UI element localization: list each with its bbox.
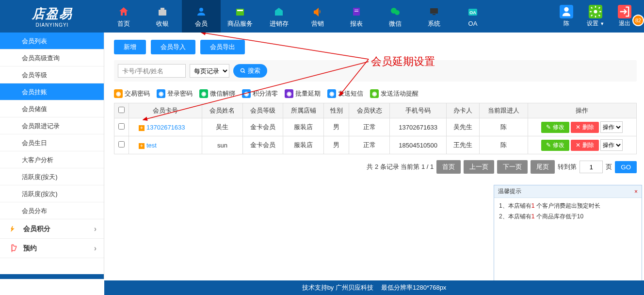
th-9: 当前跟进人 [480, 103, 528, 118]
sidebar-item-9[interactable]: 活跃度(按次) [0, 185, 104, 202]
records-per-page-select[interactable]: 每页记录 [190, 64, 229, 78]
sidebar-item-8[interactable]: 活跃度(按天) [0, 168, 104, 185]
delete-button[interactable]: ✕ 删除 [571, 122, 598, 133]
pager-page-input[interactable] [580, 161, 603, 173]
nav-item-2[interactable]: 会员 [182, 0, 221, 33]
action-link-0[interactable]: ◉交易密码 [114, 89, 150, 98]
cell-follower: 陈 [480, 118, 528, 136]
member-table: 会员卡号会员姓名会员等级所属店铺性别会员状态手机号码办卡人当前跟进人操作 +13… [114, 103, 637, 154]
search-button[interactable]: 搜索 [233, 64, 267, 78]
tip-header: 温馨提示 × [494, 185, 642, 198]
cell-status: 正常 [349, 118, 390, 136]
action-link-2[interactable]: ◉微信解绑 [199, 89, 235, 98]
svg-rect-12 [433, 14, 435, 15]
action-icon: ◉ [327, 89, 336, 98]
nav-icon [156, 5, 169, 18]
edit-button[interactable]: ✎ 修改 [541, 140, 569, 151]
th-5: 性别 [324, 103, 349, 118]
action-link-1[interactable]: ◉登录密码 [157, 89, 193, 98]
nav-label: 首页 [117, 19, 130, 28]
nav-item-9[interactable]: OAOA [453, 0, 492, 33]
header: 店盈易 DIANYINGYI 首页收银会员商品服务进销存营销报表微信系统OAOA… [0, 0, 644, 33]
nav-icon [272, 5, 286, 18]
cell-name: sun [202, 136, 243, 154]
cell-follower: 陈 [480, 136, 528, 154]
group-icon [10, 244, 18, 253]
search-bar: 每页记录 搜索 [114, 60, 637, 82]
action-icon: ◉ [285, 89, 293, 98]
op-select[interactable]: 操作 [600, 139, 623, 151]
nav-icon [311, 5, 324, 18]
hr-label: 陈 [564, 19, 569, 28]
card-link[interactable]: 13702671633 [146, 124, 185, 131]
sidebar-item-7[interactable]: 大客户分析 [0, 151, 104, 168]
delete-button[interactable]: ✕ 删除 [571, 140, 598, 151]
pager-first-button[interactable]: 首页 [436, 160, 461, 174]
nav-item-1[interactable]: 收银 [143, 0, 182, 33]
header-right-1[interactable]: 设置 ▼ [581, 5, 610, 28]
footer-resolution: 最低分辨率1280*768px [381, 283, 446, 292]
nav-item-6[interactable]: 报表 [337, 0, 376, 33]
hr-icon [560, 5, 573, 18]
sidebar-group-1[interactable]: 预约› [0, 239, 104, 258]
nav-label: 收银 [156, 19, 169, 28]
search-input[interactable] [118, 64, 186, 78]
sidebar-item-6[interactable]: 会员生日 [0, 134, 104, 151]
tip-line: 2、本店铺有1 个商品库存低于10 [499, 212, 637, 222]
pager-page-unit: 页 [606, 163, 612, 171]
table-row: +test sun 金卡会员 服装店 男 正常 18504510500 王先生 … [114, 136, 637, 154]
nav-item-3[interactable]: 商品服务 [221, 0, 259, 33]
sidebar-item-1[interactable]: 会员高级查询 [0, 49, 104, 66]
nav-item-7[interactable]: 微信 [376, 0, 415, 33]
nav-icon: OA [466, 5, 480, 19]
logo: 店盈易 DIANYINGYI [0, 0, 104, 33]
action-bar: ◉交易密码◉登录密码◉微信解绑◉积分清零◉批量延期◉发送短信◉发送活动提醒 [114, 87, 637, 100]
svg-point-17 [241, 69, 244, 72]
header-right-0[interactable]: 陈 [552, 5, 581, 28]
action-label: 交易密码 [125, 89, 150, 98]
card-link[interactable]: test [146, 142, 157, 149]
tip-close-icon[interactable]: × [634, 188, 638, 195]
sidebar-item-10[interactable]: 会员分布 [0, 202, 104, 219]
action-link-3[interactable]: ◉积分清零 [242, 89, 278, 98]
nav-item-4[interactable]: 进销存 [259, 0, 298, 33]
sidebar-item-3[interactable]: 会员挂账 [0, 83, 104, 100]
sidebar-item-4[interactable]: 会员储值 [0, 100, 104, 117]
expand-icon[interactable]: + [139, 125, 145, 131]
pager-last-button[interactable]: 尾页 [531, 160, 555, 174]
nav-label: 会员 [195, 19, 208, 28]
action-link-5[interactable]: ◉发送短信 [327, 89, 363, 98]
nav-icon [117, 5, 130, 18]
pager-prev-button[interactable]: 上一页 [464, 160, 494, 174]
action-label: 微信解绑 [210, 89, 235, 98]
action-link-4[interactable]: ◉批量延期 [285, 89, 321, 98]
hr-label: 退出 [619, 19, 630, 28]
svg-rect-1 [161, 8, 164, 10]
notification-badge[interactable]: 82 [632, 15, 644, 26]
edit-button[interactable]: ✎ 修改 [541, 122, 569, 133]
expand-icon[interactable]: + [139, 143, 145, 149]
action-icon: ◉ [157, 89, 165, 98]
export-button[interactable]: 会员导出 [200, 40, 245, 54]
nav-item-8[interactable]: 系统 [415, 0, 453, 33]
sidebar-item-2[interactable]: 会员等级 [0, 66, 104, 83]
new-button[interactable]: 新增 [114, 40, 146, 54]
row-checkbox[interactable] [118, 141, 125, 148]
cell-phone: 13702671633 [390, 118, 447, 136]
nav-item-0[interactable]: 首页 [104, 0, 143, 33]
select-all-checkbox[interactable] [118, 107, 125, 113]
sidebar-item-5[interactable]: 会员跟进记录 [0, 117, 104, 134]
sidebar-item-0[interactable]: 会员列表 [0, 33, 104, 49]
nav-icon [233, 5, 247, 18]
hr-icon [589, 5, 602, 18]
action-link-6[interactable]: ◉发送活动提醒 [370, 89, 419, 98]
op-select[interactable]: 操作 [600, 121, 623, 133]
table-row: +13702671633 吴生 金卡会员 服装店 男 正常 1370267163… [114, 118, 637, 136]
action-icon: ◉ [199, 89, 208, 98]
row-checkbox[interactable] [118, 123, 125, 130]
nav-item-5[interactable]: 营销 [298, 0, 337, 33]
sidebar-group-0[interactable]: 会员积分› [0, 219, 104, 239]
pager-next-button[interactable]: 下一页 [497, 160, 528, 174]
import-button[interactable]: 会员导入 [151, 40, 195, 54]
pager-go-button[interactable]: GO [615, 161, 637, 173]
